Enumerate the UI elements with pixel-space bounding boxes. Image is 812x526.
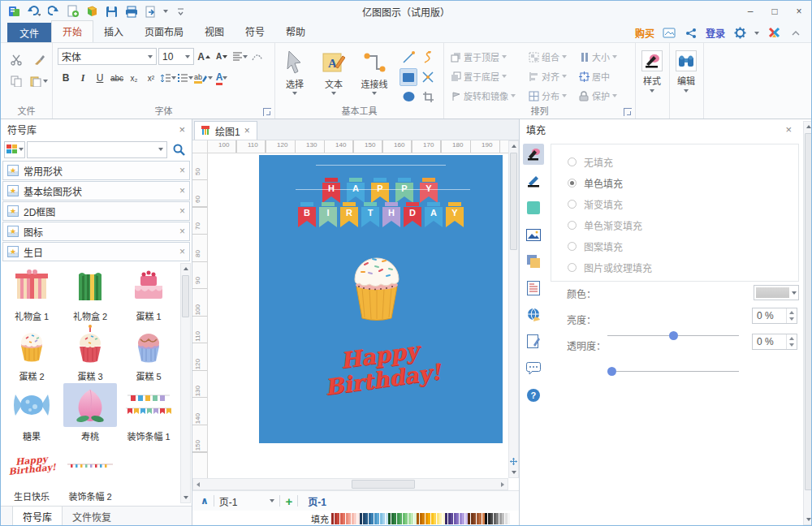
category-close-icon[interactable]: × [179,226,185,237]
transparency-spinner[interactable]: 0 % [752,334,797,350]
banner-flag-R[interactable]: R [339,200,359,228]
underline-button[interactable]: U [92,70,108,86]
pagebar-collapse-icon[interactable]: ∧ [201,495,209,507]
symbol-banner-2[interactable]: 装饰条幅 2 [61,443,119,503]
style-button[interactable]: 样式 [636,46,668,105]
symbol-happy-birthday-text[interactable]: HappyBirthday!生日快乐 [2,443,61,503]
pan-icon[interactable] [509,456,518,466]
tab-help[interactable]: 帮助 [275,21,316,42]
print-icon[interactable] [124,5,138,19]
tab-file-recovery[interactable]: 文件恢复 [63,507,121,526]
undo-icon[interactable] [27,5,41,19]
happy-birthday-script-text[interactable]: HappyBirthday! [305,334,457,402]
connector-tool-button[interactable]: 连接线 [353,46,395,105]
align-text-button[interactable] [231,49,248,65]
option-gradient-fill[interactable]: 渐变填充 [551,193,798,214]
curve-tool-icon[interactable] [419,50,437,66]
banner-flag-P[interactable]: P [370,176,390,204]
brand-icon[interactable] [767,27,781,40]
category-close-icon[interactable]: × [179,205,185,217]
page-select[interactable]: 页-1 [219,494,275,508]
scroll-left-icon[interactable] [193,479,203,489]
category-2d-blocks[interactable]: ★2D框图× [2,201,190,221]
tab-insert[interactable]: 插入 [93,21,134,42]
banner-flag-H[interactable]: H [382,200,401,228]
bold-button[interactable]: B [58,70,74,86]
radio-icon[interactable] [568,179,577,188]
share-icon[interactable] [684,27,698,40]
collapse-ribbon-icon[interactable] [788,27,803,40]
font-name-select[interactable]: 宋体 [58,48,157,65]
note-tab-icon[interactable] [523,278,544,299]
quick-style-tab-icon[interactable] [523,197,544,218]
redo-icon[interactable] [46,5,60,19]
banner-flag-T[interactable]: T [361,200,380,228]
banner-flag-H[interactable]: H [322,176,341,204]
edit-button[interactable]: 编辑 [670,46,702,105]
scroll-down-icon[interactable] [181,493,190,502]
file-menu-button[interactable]: 文件 [7,23,51,42]
document-tab[interactable]: 绘图1 × [194,121,257,140]
symbol-cake-2[interactable]: 蛋糕 2 [2,323,61,383]
banner-flag-P[interactable]: P [395,176,414,204]
maximize-button[interactable]: □ [762,2,787,21]
spinner-arrows[interactable] [786,308,797,323]
symbol-cake-1[interactable]: 蛋糕 1 [119,263,178,323]
new-document-icon[interactable] [66,5,80,19]
minimize-button[interactable]: – [738,2,762,21]
category-close-icon[interactable]: × [179,165,185,176]
shrink-font-button[interactable]: A [214,49,230,65]
transparency-slider[interactable] [607,366,739,376]
birthday-card-page[interactable]: HAPPY BIRTHDAY HappyBirthday! [259,155,503,443]
tab-symbols[interactable]: 符号 [235,21,275,42]
export-dropdown-icon[interactable] [163,10,168,13]
category-birthday[interactable]: ★生日× [2,242,190,261]
highlight-button[interactable]: ab [194,70,213,86]
hyperlink-tab-icon[interactable] [523,304,544,326]
export-icon[interactable] [144,5,158,19]
text-tool-button[interactable]: A 文本 [314,46,353,105]
grow-font-button[interactable]: A [196,49,212,65]
fill-color-dropdown[interactable] [754,285,799,300]
line-spacing-button[interactable] [160,70,176,86]
scroll-up-icon[interactable] [509,141,518,151]
superscript-button[interactable]: x² [143,70,159,86]
subscript-button[interactable]: x₂ [126,70,142,86]
banner-flag-Y[interactable]: Y [419,176,438,204]
tab-page-layout[interactable]: 页面布局 [134,21,194,42]
app-logo-icon[interactable] [7,5,21,19]
settings-gear-icon[interactable] [732,27,747,40]
line-style-tab-icon[interactable] [523,170,544,192]
banner-flag-D[interactable]: D [403,200,422,228]
banner-flag-I[interactable]: I [318,200,338,228]
cut-icon[interactable] [7,52,25,68]
font-dialog-launcher-icon[interactable] [263,108,271,116]
brightness-spinner[interactable]: 0 % [752,308,797,324]
option-picture-texture-fill[interactable]: 图片或纹理填充 [551,257,798,278]
arrange-dialog-launcher-icon[interactable] [624,108,632,116]
buy-link[interactable]: 购买 [635,26,654,40]
rectangle-tool-icon[interactable] [400,68,417,86]
document-tab-close-icon[interactable]: × [244,125,250,136]
category-close-icon[interactable]: × [179,185,185,196]
fill-tab-icon[interactable] [523,144,544,165]
feedback-icon[interactable] [662,27,676,40]
category-common-shapes[interactable]: ★常用形状× [2,161,190,180]
close-button[interactable]: × [787,2,811,21]
fill-panel-scrollbar[interactable] [803,121,812,525]
radio-icon[interactable] [568,263,577,272]
scroll-up-icon[interactable] [181,264,190,274]
save-icon[interactable] [105,5,119,19]
tab-view[interactable]: 视图 [194,21,235,42]
symbol-candy[interactable]: 糖果 [2,383,61,443]
symbol-grid-scrollbar[interactable] [180,263,191,503]
symbol-panel-close-icon[interactable]: × [179,123,185,136]
canvas-vertical-scrollbar[interactable] [508,140,519,478]
scroll-right-icon[interactable] [498,479,508,489]
symbol-giftbox-2[interactable]: 礼物盒 2 [61,263,119,323]
italic-button[interactable]: I [75,70,91,86]
select-tool-button[interactable]: 选择 [275,46,314,105]
brightness-slider[interactable] [607,330,739,340]
symbol-banner-1[interactable]: 装饰条幅 1 [119,383,178,443]
category-close-icon[interactable]: × [179,246,185,257]
